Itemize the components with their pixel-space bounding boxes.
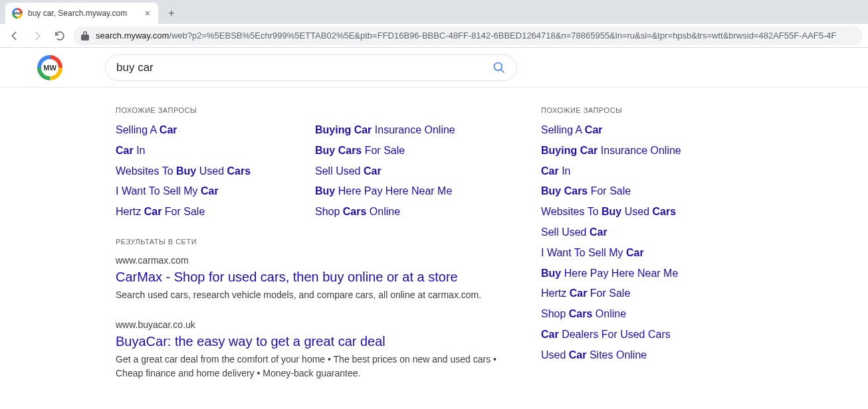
related-link[interactable]: Shop Cars Online	[541, 307, 807, 321]
page-content: ПОХОЖИЕ ЗАПРОСЫ Selling A CarCar InWebsi…	[0, 48, 868, 398]
back-button[interactable]	[5, 27, 24, 45]
arrow-right-icon	[31, 30, 43, 42]
forward-button[interactable]	[28, 27, 47, 45]
related-searches-grid: Selling A CarCar InWebsites To Buy Used …	[116, 123, 541, 219]
search-header	[0, 48, 868, 88]
related-link[interactable]: Buying Car Insurance Online	[541, 144, 807, 158]
arrow-left-icon	[9, 30, 21, 42]
related-link[interactable]: Buy Cars For Sale	[541, 185, 807, 199]
related-link[interactable]: Sell Used Car	[315, 165, 514, 179]
related-link[interactable]: Car In	[116, 144, 315, 158]
reload-icon	[54, 30, 66, 42]
related-link[interactable]: Hertz Car For Sale	[116, 205, 315, 219]
related-col-1: Selling A CarCar InWebsites To Buy Used …	[116, 123, 315, 219]
related-link[interactable]: Car Dealers For Used Cars	[541, 328, 807, 342]
content-area: ПОХОЖИЕ ЗАПРОСЫ Selling A CarCar InWebsi…	[0, 88, 868, 398]
search-input[interactable]	[116, 61, 492, 74]
related-link[interactable]: Buy Here Pay Here Near Me	[315, 185, 514, 199]
result-title[interactable]: BuyaCar: the easy way to get a great car…	[116, 333, 541, 350]
web-results-heading: РЕЗУЛЬТАТЫ В СЕТИ	[116, 238, 541, 246]
browser-toolbar: search.myway.com/web?p2=%5EBSB%5Echr999%…	[0, 24, 868, 48]
result-snippet: Get a great car deal from the comfort of…	[116, 353, 514, 380]
result-url: www.carmax.com	[116, 255, 541, 266]
related-link[interactable]: Sell Used Car	[541, 226, 807, 240]
result-snippet: Search used cars, research vehicle model…	[116, 288, 514, 302]
browser-tab-bar: buy car, Search.myway.com × +	[0, 0, 868, 24]
reload-button[interactable]	[51, 27, 69, 45]
site-logo[interactable]	[37, 55, 62, 80]
related-link[interactable]: Websites To Buy Used Cars	[116, 165, 315, 179]
related-link[interactable]: Buy Here Pay Here Near Me	[541, 267, 807, 281]
new-tab-button[interactable]: +	[162, 4, 181, 23]
related-link[interactable]: Buy Cars For Sale	[315, 144, 514, 158]
search-button[interactable]	[492, 61, 506, 74]
results-list: www.carmax.comCarMax - Shop for used car…	[116, 255, 541, 380]
url-text: search.myway.com/web?p2=%5EBSB%5Echr999%…	[96, 31, 837, 41]
search-result: www.carmax.comCarMax - Shop for used car…	[116, 255, 541, 302]
related-link[interactable]: Shop Cars Online	[315, 205, 514, 219]
search-result: www.buyacar.co.ukBuyaCar: the easy way t…	[116, 319, 541, 380]
related-link[interactable]: I Want To Sell My Car	[541, 246, 807, 260]
browser-tab[interactable]: buy car, Search.myway.com ×	[5, 3, 158, 24]
url-host: search.myway.com	[96, 31, 169, 41]
address-bar[interactable]: search.myway.com/web?p2=%5EBSB%5Echr999%…	[73, 27, 863, 45]
tab-title: buy car, Search.myway.com	[28, 9, 144, 18]
related-link[interactable]: Car In	[541, 165, 807, 179]
sidebar-column: ПОХОЖИЕ ЗАПРОСЫ Selling A CarBuying Car …	[541, 106, 807, 398]
related-link[interactable]: Selling A Car	[116, 123, 315, 137]
related-heading: ПОХОЖИЕ ЗАПРОСЫ	[116, 106, 541, 114]
related-link[interactable]: Buying Car Insurance Online	[315, 123, 514, 137]
svg-line-1	[501, 69, 504, 72]
related-link[interactable]: Used Car Sites Online	[541, 349, 807, 363]
related-link[interactable]: Hertz Car For Sale	[541, 287, 807, 301]
result-title[interactable]: CarMax - Shop for used cars, then buy on…	[116, 268, 541, 286]
related-link[interactable]: Websites To Buy Used Cars	[541, 205, 807, 219]
result-url: www.buyacar.co.uk	[116, 319, 541, 330]
lock-icon	[81, 31, 89, 41]
sidebar-related-heading: ПОХОЖИЕ ЗАПРОСЫ	[541, 106, 807, 114]
related-col-2: Buying Car Insurance OnlineBuy Cars For …	[315, 123, 514, 219]
related-link[interactable]: Selling A Car	[541, 123, 807, 137]
url-path: /web?p2=%5EBSB%5Echr999%5ETTAB02%5E&ptb=…	[169, 31, 836, 41]
tab-favicon	[12, 8, 23, 19]
search-box	[105, 54, 517, 81]
sidebar-related-list: Selling A CarBuying Car Insurance Online…	[541, 123, 807, 363]
main-column: ПОХОЖИЕ ЗАПРОСЫ Selling A CarCar InWebsi…	[116, 106, 541, 398]
search-icon	[492, 61, 506, 74]
close-icon[interactable]: ×	[144, 8, 152, 19]
svg-point-0	[494, 62, 502, 70]
related-link[interactable]: I Want To Sell My Car	[116, 185, 315, 199]
